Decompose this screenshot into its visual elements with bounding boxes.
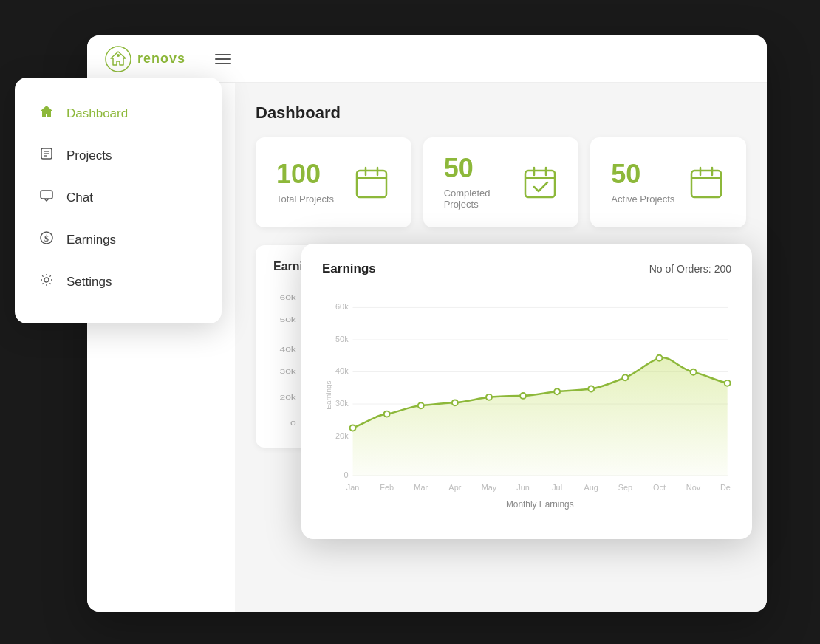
orders-label: No of Orders: 200	[649, 263, 731, 275]
fs-chat-label: Chat	[66, 191, 93, 205]
logo-icon	[105, 46, 131, 72]
svg-point-57	[554, 388, 560, 394]
fs-dashboard-label: Dashboard	[66, 106, 128, 121]
fs-chat-icon	[38, 188, 55, 207]
floating-sidebar: Dashboard Projects Chat $ Earnings Setti…	[15, 78, 222, 323]
svg-rect-18	[691, 171, 721, 197]
app-header: renovs	[87, 35, 767, 83]
svg-rect-10	[357, 171, 386, 197]
svg-text:20k: 20k	[279, 394, 296, 401]
stat-info-total: 100 Total Projects	[276, 161, 334, 205]
fs-settings-icon	[38, 273, 55, 291]
svg-point-0	[106, 47, 131, 72]
svg-point-55	[486, 394, 492, 400]
chart-area: 60k 50k 40k 30k 20k 0 Earnings	[322, 288, 731, 524]
stat-card-total: 100 Total Projects	[256, 137, 411, 227]
svg-text:20k: 20k	[335, 431, 349, 440]
calendar-icon-completed	[522, 163, 558, 202]
svg-text:40k: 40k	[335, 366, 349, 375]
active-projects-number: 50	[611, 161, 674, 188]
svg-point-60	[656, 355, 662, 361]
total-projects-label: Total Projects	[276, 193, 334, 205]
completed-projects-label: Completed Projects	[444, 188, 522, 210]
svg-text:$: $	[44, 233, 49, 244]
svg-text:Nov: Nov	[686, 483, 701, 492]
svg-text:60k: 60k	[279, 294, 296, 301]
fs-home-icon	[38, 104, 55, 123]
svg-rect-34	[41, 191, 52, 199]
svg-point-54	[452, 400, 458, 405]
calendar-icon-total	[352, 163, 391, 202]
fs-projects-label: Projects	[66, 148, 112, 163]
calendar-icon-active	[687, 163, 725, 202]
svg-point-37	[44, 278, 49, 282]
svg-text:May: May	[482, 483, 497, 492]
fs-item-projects[interactable]: Projects	[15, 134, 222, 177]
svg-point-62	[725, 380, 731, 386]
stat-card-active: 50 Active Projects	[590, 137, 746, 227]
svg-text:Sep: Sep	[618, 483, 632, 492]
fs-item-dashboard[interactable]: Dashboard	[15, 92, 222, 134]
svg-text:Monthly Earnings: Monthly Earnings	[506, 499, 574, 510]
svg-point-1	[117, 54, 120, 57]
stat-card-completed: 50 Completed Projects	[423, 137, 579, 227]
svg-rect-14	[525, 171, 555, 197]
fs-earnings-icon: $	[38, 230, 55, 249]
chart-header: Earnings No of Orders: 200	[322, 261, 731, 276]
stat-info-completed: 50 Completed Projects	[444, 155, 522, 210]
svg-text:Apr: Apr	[448, 483, 461, 492]
svg-text:30k: 30k	[279, 368, 296, 375]
stat-info-active: 50 Active Projects	[611, 161, 674, 205]
svg-text:60k: 60k	[335, 302, 349, 311]
fs-settings-label: Settings	[66, 275, 112, 290]
svg-text:30k: 30k	[335, 399, 349, 408]
fs-earnings-label: Earnings	[66, 233, 116, 247]
svg-point-52	[384, 411, 390, 417]
svg-text:0: 0	[344, 470, 349, 479]
page-title: Dashboard	[256, 103, 746, 123]
fs-projects-icon	[38, 146, 55, 165]
fs-item-settings[interactable]: Settings	[15, 261, 222, 303]
svg-point-51	[350, 425, 356, 431]
svg-point-58	[588, 386, 594, 391]
logo-text: renovs	[137, 51, 185, 66]
svg-point-61	[691, 369, 697, 375]
stats-row: 100 Total Projects 50 Completed Project	[256, 137, 746, 227]
completed-projects-number: 50	[444, 155, 522, 182]
svg-text:Feb: Feb	[380, 483, 394, 492]
svg-text:50k: 50k	[279, 316, 296, 323]
svg-point-56	[520, 393, 526, 399]
svg-point-53	[418, 402, 424, 408]
svg-text:Dec: Dec	[720, 483, 731, 492]
hamburger-menu[interactable]	[215, 54, 231, 64]
svg-text:Aug: Aug	[584, 483, 598, 492]
svg-text:Jan: Jan	[346, 483, 360, 492]
svg-text:50k: 50k	[335, 335, 349, 343]
svg-text:0: 0	[290, 419, 296, 427]
logo-area: renovs	[105, 46, 185, 72]
active-projects-label: Active Projects	[611, 193, 674, 205]
floating-chart-window: Earnings No of Orders: 200 60k 50k 40k 3…	[301, 244, 752, 539]
svg-point-59	[622, 374, 628, 380]
total-projects-number: 100	[276, 161, 334, 188]
svg-text:Earnings: Earnings	[324, 381, 332, 410]
chart-title: Earnings	[322, 261, 376, 276]
svg-text:Jun: Jun	[516, 483, 530, 492]
fs-item-earnings[interactable]: $ Earnings	[15, 219, 222, 261]
svg-text:40k: 40k	[279, 346, 296, 353]
fs-item-chat[interactable]: Chat	[15, 177, 222, 219]
svg-text:Oct: Oct	[653, 483, 666, 492]
svg-text:Mar: Mar	[414, 483, 428, 492]
svg-text:Jul: Jul	[552, 483, 562, 492]
